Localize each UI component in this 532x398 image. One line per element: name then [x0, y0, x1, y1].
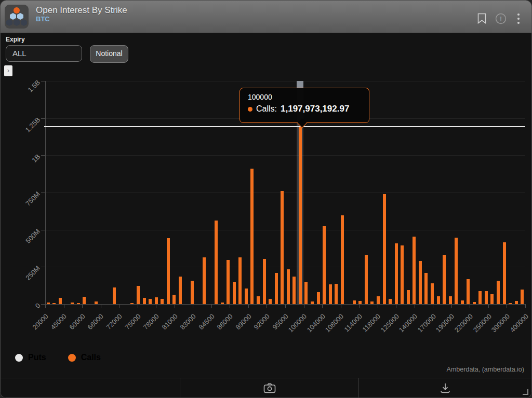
- bar-calls[interactable]: [238, 257, 242, 304]
- y-axis-tick: [41, 267, 45, 267]
- bar-calls[interactable]: [377, 296, 380, 304]
- bar-calls[interactable]: [503, 242, 506, 304]
- bar-calls[interactable]: [137, 286, 140, 304]
- bar-calls[interactable]: [401, 245, 404, 304]
- x-axis-tick: [451, 304, 452, 308]
- bar-calls[interactable]: [407, 290, 410, 304]
- y-axis-tick: [41, 230, 45, 230]
- x-axis-tick: [45, 304, 46, 308]
- bar-calls[interactable]: [245, 289, 248, 304]
- bar-calls[interactable]: [161, 299, 164, 304]
- y-axis-label: 1.25B: [1, 114, 39, 122]
- bar-calls[interactable]: [77, 303, 80, 304]
- bar-calls[interactable]: [179, 277, 182, 304]
- bar-calls[interactable]: [413, 237, 416, 304]
- x-axis-tick: [230, 304, 230, 308]
- bar-calls[interactable]: [191, 281, 194, 304]
- tooltip-value: 1,197,973,192.97: [281, 104, 349, 114]
- bar-calls[interactable]: [437, 296, 440, 304]
- footer-section-left[interactable]: [1, 378, 180, 397]
- x-axis-tick: [267, 304, 267, 308]
- bar-calls[interactable]: [335, 284, 338, 304]
- bar-calls[interactable]: [515, 301, 518, 304]
- bar-calls[interactable]: [383, 194, 386, 304]
- open-interest-bar-chart: 1.5B1.25B1B750M500M250M02000045000600006…: [1, 1, 531, 397]
- x-axis-tick: [248, 304, 249, 308]
- bar-calls[interactable]: [95, 301, 98, 304]
- bar-calls[interactable]: [52, 303, 56, 304]
- bar-calls[interactable]: [47, 303, 50, 304]
- y-axis-line: [45, 81, 46, 305]
- x-axis-tick: [156, 304, 156, 308]
- bar-calls[interactable]: [233, 282, 236, 304]
- bar-calls[interactable]: [424, 273, 428, 304]
- legend-item-calls[interactable]: Calls: [68, 353, 101, 362]
- x-axis-tick: [64, 304, 64, 308]
- bar-calls[interactable]: [478, 291, 482, 304]
- bar-calls[interactable]: [473, 302, 476, 304]
- bar-calls[interactable]: [449, 296, 452, 304]
- bar-calls[interactable]: [443, 255, 446, 304]
- y-gridline: [45, 230, 525, 230]
- bar-calls[interactable]: [317, 292, 320, 304]
- bar-calls[interactable]: [143, 298, 146, 304]
- bar-calls[interactable]: [419, 261, 422, 304]
- bar-calls[interactable]: [497, 281, 500, 304]
- bar-calls[interactable]: [215, 221, 218, 304]
- axis-pointer-handle[interactable]: [297, 81, 303, 88]
- bar-calls[interactable]: [292, 277, 296, 304]
- bar-calls[interactable]: [389, 299, 392, 304]
- bar-calls[interactable]: [365, 255, 368, 304]
- calls-series-dot-icon: [248, 107, 252, 112]
- bar-calls[interactable]: [370, 301, 374, 304]
- bar-calls[interactable]: [167, 238, 170, 304]
- resize-corner-handle[interactable]: [523, 389, 528, 395]
- legend-item-puts[interactable]: Puts: [15, 353, 46, 362]
- bar-calls[interactable]: [227, 260, 230, 304]
- bar-calls[interactable]: [431, 283, 434, 304]
- bar-calls[interactable]: [358, 301, 362, 304]
- x-axis-tick: [304, 304, 304, 308]
- bar-calls[interactable]: [467, 279, 470, 304]
- amberdata-credit: Amberdata, (amberdata.io): [447, 366, 524, 373]
- x-axis-tick: [433, 304, 433, 308]
- y-axis-tick: [41, 304, 45, 305]
- tooltip-series-label: Calls:: [256, 104, 277, 114]
- bar-calls[interactable]: [130, 303, 134, 304]
- bar-calls[interactable]: [269, 299, 272, 304]
- bar-calls[interactable]: [59, 298, 62, 304]
- y-axis-label: 1B: [1, 150, 39, 159]
- bar-calls[interactable]: [250, 169, 254, 304]
- bar-calls[interactable]: [113, 287, 116, 304]
- bar-calls[interactable]: [323, 226, 326, 305]
- bar-calls[interactable]: [287, 269, 290, 304]
- bar-calls[interactable]: [71, 303, 74, 304]
- widget-panel: Open Interest By Strike BTC ! Expiry ALL…: [0, 0, 532, 398]
- bar-calls[interactable]: [172, 295, 176, 304]
- bar-calls[interactable]: [509, 303, 512, 304]
- bar-calls[interactable]: [395, 243, 398, 304]
- bar-calls[interactable]: [521, 290, 524, 304]
- bar-calls[interactable]: [490, 294, 494, 304]
- bar-calls[interactable]: [311, 301, 314, 304]
- bar-calls[interactable]: [304, 282, 308, 304]
- bar-calls[interactable]: [221, 303, 224, 304]
- bar-calls[interactable]: [341, 215, 344, 304]
- bar-calls[interactable]: [281, 191, 284, 304]
- bar-calls-highlighted[interactable]: [299, 126, 302, 304]
- bar-calls[interactable]: [257, 296, 260, 304]
- download-icon[interactable]: [440, 383, 451, 393]
- camera-screenshot-icon[interactable]: [263, 383, 276, 393]
- bar-calls[interactable]: [455, 238, 458, 304]
- bar-calls[interactable]: [275, 273, 278, 304]
- bar-calls[interactable]: [155, 297, 158, 304]
- bar-calls[interactable]: [353, 300, 356, 304]
- bar-calls[interactable]: [263, 259, 266, 304]
- bar-calls[interactable]: [149, 299, 152, 304]
- bar-calls[interactable]: [203, 257, 206, 304]
- legend-label-calls: Calls: [81, 353, 101, 362]
- bar-calls[interactable]: [461, 300, 464, 304]
- bar-calls[interactable]: [329, 284, 332, 304]
- bar-calls[interactable]: [83, 297, 86, 304]
- bar-calls[interactable]: [485, 291, 488, 304]
